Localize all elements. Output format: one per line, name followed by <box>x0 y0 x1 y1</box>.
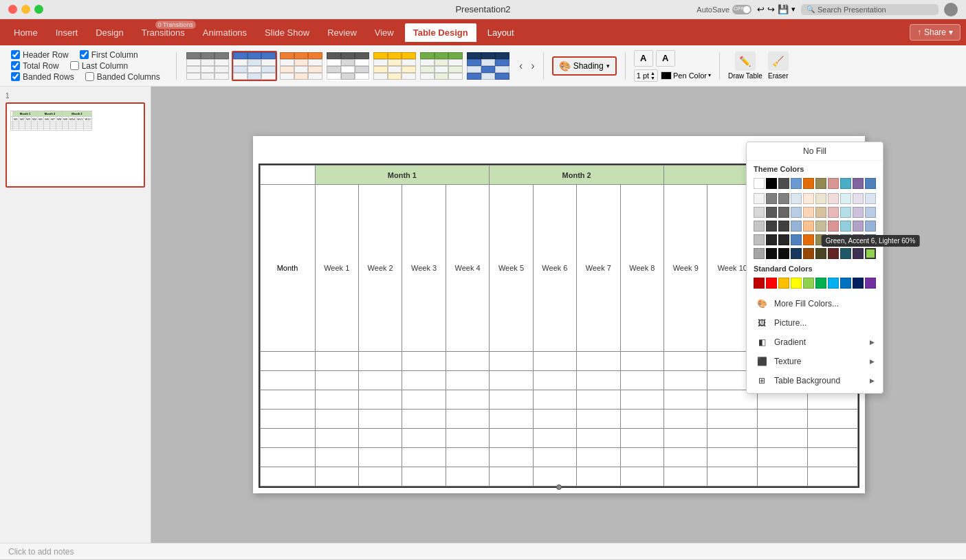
banded-columns-input[interactable] <box>85 72 94 81</box>
shade-1-4[interactable] <box>791 193 802 204</box>
table-row2-col8[interactable] <box>620 371 663 390</box>
table-row4-col6[interactable] <box>533 410 576 429</box>
total-row-checkbox[interactable]: Total Row <box>11 61 59 71</box>
gallery-prev-button[interactable]: ‹ <box>516 57 525 75</box>
shade-2-10[interactable] <box>865 207 876 218</box>
shade-2-3[interactable] <box>778 207 789 218</box>
tab-view[interactable]: View <box>366 23 402 42</box>
table-background-item[interactable]: ⊞ Table Background ▶ <box>747 371 883 390</box>
customize-button[interactable]: ▾ <box>791 5 795 14</box>
table-row5-col7[interactable] <box>577 429 620 448</box>
shade-3-10[interactable] <box>865 221 876 232</box>
color-black[interactable] <box>766 178 777 189</box>
color-pink[interactable] <box>828 178 839 189</box>
color-white[interactable] <box>754 178 765 189</box>
shade-4-5[interactable] <box>803 234 814 245</box>
shade-2-8[interactable] <box>840 207 851 218</box>
table-row6-col11[interactable] <box>758 448 808 467</box>
table-row7-col4[interactable] <box>446 467 489 486</box>
shade-4-9[interactable] <box>853 234 864 245</box>
total-row-input[interactable] <box>11 61 20 70</box>
table-row1-col5[interactable] <box>490 352 533 371</box>
gradient-item[interactable]: ◧ Gradient ▶ <box>747 333 883 352</box>
std-color-green[interactable] <box>815 278 826 289</box>
shade-5-1[interactable] <box>754 248 765 259</box>
table-row6-col12[interactable] <box>807 448 857 467</box>
table-row3-col5[interactable] <box>490 390 533 410</box>
table-row3-col2[interactable] <box>358 390 402 410</box>
table-cell-empty-header[interactable] <box>260 166 315 185</box>
table-row1-col8[interactable] <box>620 352 663 371</box>
tab-review[interactable]: Review <box>319 23 365 42</box>
first-column-input[interactable] <box>80 50 89 59</box>
table-cell-week5[interactable]: Week 5 <box>490 185 533 352</box>
user-avatar[interactable] <box>944 3 958 16</box>
table-row4-col7[interactable] <box>577 410 620 429</box>
table-row5-col12[interactable] <box>807 429 857 448</box>
color-teal[interactable] <box>840 178 851 189</box>
table-row7-col6[interactable] <box>533 467 576 486</box>
std-color-yellow[interactable] <box>791 278 802 289</box>
share-button[interactable]: ↑ Share ▾ <box>910 24 960 41</box>
table-row4-col9[interactable] <box>664 410 707 429</box>
banded-rows-checkbox[interactable]: Banded Rows <box>11 72 74 82</box>
tab-tabledesign[interactable]: Table Design <box>404 22 478 43</box>
std-color-orange[interactable] <box>778 278 789 289</box>
table-row5-col2[interactable] <box>358 429 402 448</box>
shade-2-7[interactable] <box>828 207 839 218</box>
tab-transitions[interactable]: Transitions 0 Transitions <box>133 23 193 42</box>
tab-animations[interactable]: Animations <box>195 23 255 42</box>
no-fill-option[interactable]: No Fill <box>747 142 883 161</box>
shade-3-7[interactable] <box>828 221 839 232</box>
table-row2-col5[interactable] <box>490 371 533 390</box>
table-row6-col10[interactable] <box>707 448 758 467</box>
color-blue[interactable] <box>791 178 802 189</box>
table-row6-col2[interactable] <box>358 448 402 467</box>
color-purple[interactable] <box>853 178 864 189</box>
table-row4-col2[interactable] <box>358 410 402 429</box>
shade-3-2[interactable] <box>766 221 777 232</box>
color-green-accent6-lighter60[interactable]: Green, Accent 6, Lighter 60% <box>865 248 876 259</box>
shade-3-4[interactable] <box>791 221 802 232</box>
border-weight-up[interactable]: ▲ <box>650 71 655 76</box>
shade-5-2[interactable] <box>766 248 777 259</box>
header-row-checkbox[interactable]: Header Row <box>11 50 69 60</box>
table-row4-col5[interactable] <box>490 410 533 429</box>
border-weight-control[interactable]: 1 pt ▲ ▼ <box>634 69 658 82</box>
std-color-lightgreen[interactable] <box>803 278 814 289</box>
quick-save-button[interactable]: 💾 <box>778 4 789 14</box>
table-cell-week3[interactable]: Week 3 <box>402 185 446 352</box>
draw-table-tool[interactable]: ✏️ Draw Table <box>728 52 762 80</box>
shade-3-6[interactable] <box>815 221 826 232</box>
table-row5-col10[interactable] <box>707 429 758 448</box>
std-color-lightblue[interactable] <box>828 278 839 289</box>
std-color-red[interactable] <box>766 278 777 289</box>
table-row7-col12[interactable] <box>807 467 857 486</box>
shade-2-5[interactable] <box>803 207 814 218</box>
shade-1-6[interactable] <box>815 193 826 204</box>
table-row4-col11[interactable] <box>758 410 808 429</box>
table-row5-col8[interactable] <box>620 429 663 448</box>
tab-design[interactable]: Design <box>87 23 131 42</box>
table-row2-col1[interactable] <box>315 371 358 390</box>
std-color-darkblue[interactable] <box>853 278 864 289</box>
shade-4-8[interactable] <box>840 234 851 245</box>
autosave-toggle-switch[interactable]: OFF <box>732 5 751 14</box>
shade-5-7[interactable] <box>828 248 839 259</box>
shade-1-7[interactable] <box>828 193 839 204</box>
tab-home[interactable]: Home <box>6 23 46 42</box>
table-cell-week1[interactable]: Week 1 <box>315 185 358 352</box>
std-color-blue[interactable] <box>840 278 851 289</box>
table-row6-col0[interactable] <box>260 448 315 467</box>
shade-5-3[interactable] <box>778 248 789 259</box>
table-row5-col11[interactable] <box>758 429 808 448</box>
table-cell-week9[interactable]: Week 9 <box>664 185 707 352</box>
table-row7-col10[interactable] <box>707 467 758 486</box>
table-row5-col6[interactable] <box>533 429 576 448</box>
color-orange[interactable] <box>803 178 814 189</box>
tab-slideshow[interactable]: Slide Show <box>256 23 318 42</box>
table-row6-col7[interactable] <box>577 448 620 467</box>
table-row4-col1[interactable] <box>315 410 358 429</box>
table-row4-col4[interactable] <box>446 410 489 429</box>
table-row6-col9[interactable] <box>664 448 707 467</box>
